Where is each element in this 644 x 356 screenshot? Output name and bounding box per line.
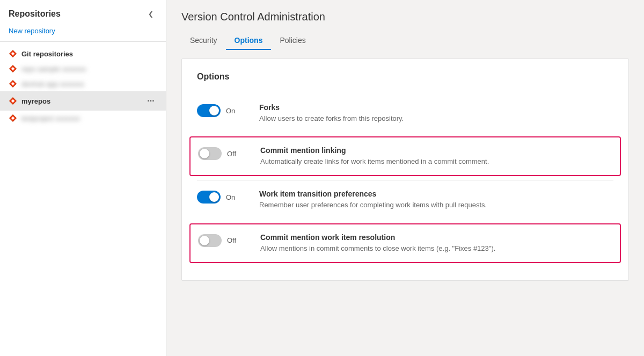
toggle-area: On: [197, 103, 251, 117]
sidebar-item-repo3[interactable]: myrepos···: [0, 91, 166, 111]
sidebar: Repositories ❮ New repository Git reposi…: [0, 0, 166, 356]
options-card-title: Options: [197, 72, 613, 82]
git-repositories-header: Git repositories: [0, 46, 166, 61]
toggle-track[interactable]: [197, 104, 221, 117]
toggle-forks[interactable]: [197, 104, 221, 117]
git-section-label: Git repositories: [21, 50, 73, 58]
setting-name: Commit mention linking: [260, 146, 612, 155]
toggle-area: Off: [198, 233, 252, 247]
setting-row-forks: On Forks Allow users to create forks fro…: [197, 95, 613, 132]
toggle-work-item-transition[interactable]: [197, 191, 221, 204]
setting-name: Commit mention work item resolution: [260, 233, 612, 242]
repo-icon: [9, 64, 17, 73]
toggle-label: On: [226, 107, 241, 115]
repo-icon: [9, 97, 17, 105]
repo-more-button[interactable]: ···: [144, 95, 157, 107]
toggle-commit-mention-linking[interactable]: [198, 147, 222, 160]
repo-name-label: devhub app xxxxxxx: [21, 80, 157, 88]
setting-info: Commit mention linking Automatically cre…: [252, 146, 612, 166]
setting-row-commit-mention-linking: Off Commit mention linking Automatically…: [189, 136, 621, 176]
toggle-thumb: [200, 149, 209, 158]
repo-icon: [9, 79, 17, 88]
toggle-track[interactable]: [198, 147, 222, 160]
setting-row-work-item-transition: On Work item transition preferences Reme…: [197, 180, 613, 219]
toggle-area: On: [197, 190, 251, 204]
sidebar-header: Repositories ❮: [0, 0, 166, 25]
toggle-label: On: [226, 193, 241, 201]
repo-name-label: myrepos: [21, 97, 140, 105]
collapse-button[interactable]: ❮: [144, 8, 157, 20]
sidebar-title: Repositories: [9, 9, 61, 19]
setting-name: Work item transition preferences: [259, 190, 613, 198]
toggle-area: Off: [198, 146, 252, 160]
main-content: Version Control Administration SecurityO…: [166, 0, 644, 356]
page-title: Version Control Administration: [181, 11, 629, 23]
toggle-commit-mention-resolution[interactable]: [198, 234, 222, 247]
repo-name-label: repo sample xxxxxxx: [21, 65, 157, 73]
toggle-track[interactable]: [197, 191, 221, 204]
toggle-track[interactable]: [198, 234, 222, 247]
sidebar-repo-list: repo sample xxxxxxxdevhub app xxxxxxxmyr…: [0, 61, 166, 126]
setting-info: Commit mention work item resolution Allo…: [252, 233, 612, 253]
toggle-thumb: [209, 106, 219, 115]
settings-list: On Forks Allow users to create forks fro…: [197, 95, 613, 263]
sidebar-item-repo1[interactable]: repo sample xxxxxxx: [0, 61, 166, 76]
setting-info: Work item transition preferences Remembe…: [251, 190, 613, 210]
options-card: Options On Forks Allow users to create f…: [181, 59, 629, 281]
new-repository-link[interactable]: New repository: [0, 25, 166, 41]
tab-security[interactable]: Security: [181, 32, 226, 50]
repo-name-label: testproject xxxxxxx: [21, 114, 157, 122]
setting-description: Remember user preferences for completing…: [259, 200, 613, 210]
tabs-bar: SecurityOptionsPolicies: [181, 32, 629, 50]
tab-policies[interactable]: Policies: [271, 32, 314, 50]
setting-description: Automatically create links for work item…: [260, 157, 612, 166]
toggle-label: Off: [227, 150, 242, 158]
toggle-thumb: [200, 236, 209, 245]
sidebar-item-repo4[interactable]: testproject xxxxxxx: [0, 111, 166, 126]
setting-description: Allow users to create forks from this re…: [259, 114, 613, 123]
sidebar-divider: [0, 41, 166, 42]
setting-row-commit-mention-resolution: Off Commit mention work item resolution …: [189, 223, 621, 263]
sidebar-item-repo2[interactable]: devhub app xxxxxxx: [0, 76, 166, 91]
tab-options[interactable]: Options: [226, 32, 272, 50]
setting-name: Forks: [259, 103, 613, 112]
toggle-label: Off: [227, 236, 242, 244]
toggle-thumb: [209, 192, 219, 202]
repo-icon: [9, 114, 17, 122]
git-diamond-icon: [9, 49, 17, 58]
setting-description: Allow mentions in commit comments to clo…: [260, 244, 612, 253]
setting-info: Forks Allow users to create forks from t…: [251, 103, 613, 123]
